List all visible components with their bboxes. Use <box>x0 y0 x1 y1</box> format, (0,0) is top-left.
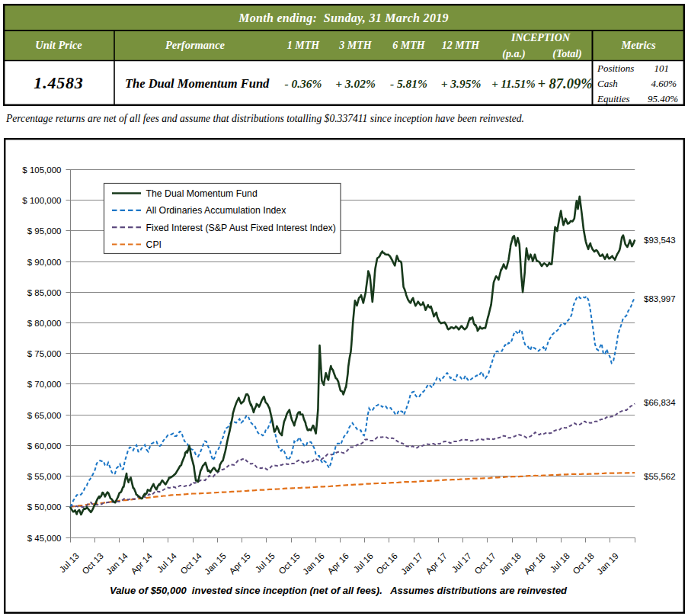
svg-text:Percentage returns are net of: Percentage returns are net of all fees a… <box>5 113 524 124</box>
svg-text:CPI: CPI <box>146 239 162 250</box>
svg-text:$ 90,000: $ 90,000 <box>27 258 62 267</box>
svg-text:Unit Price: Unit Price <box>35 39 82 51</box>
svg-text:- 5.81%: - 5.81% <box>390 77 427 90</box>
svg-text:6 MTH: 6 MTH <box>392 40 426 51</box>
svg-text:$ 100,000: $ 100,000 <box>22 196 61 205</box>
svg-text:1.4583: 1.4583 <box>34 73 83 92</box>
svg-text:$ 80,000: $ 80,000 <box>27 319 62 328</box>
svg-text:$ 65,000: $ 65,000 <box>27 411 62 420</box>
svg-text:Value of $50,000 invested sin: Value of $50,000 invested since inceptio… <box>110 585 568 596</box>
svg-text:Positions: Positions <box>597 63 634 74</box>
svg-text:$ 95,000: $ 95,000 <box>27 226 62 236</box>
svg-text:$ 70,000: $ 70,000 <box>27 380 62 389</box>
svg-text:The Dual Momentum Fund: The Dual Momentum Fund <box>125 76 270 91</box>
svg-text:+ 11.51%: + 11.51% <box>491 78 536 90</box>
svg-text:INCEPTION: INCEPTION <box>510 32 571 43</box>
svg-text:12 MTH: 12 MTH <box>442 40 481 51</box>
svg-text:+ 3.02%: + 3.02% <box>335 77 376 90</box>
svg-text:$ 60,000: $ 60,000 <box>27 441 62 451</box>
svg-text:Equities: Equities <box>597 93 630 104</box>
svg-text:4.60%: 4.60% <box>651 78 677 89</box>
svg-text:Month ending: Sunday, 31 Marc: Month ending: Sunday, 31 March 2019 <box>238 11 449 25</box>
svg-text:101: 101 <box>654 63 670 74</box>
svg-text:(p.a.): (p.a.) <box>502 48 525 60</box>
svg-text:$ 105,000: $ 105,000 <box>22 165 61 175</box>
svg-text:Cash: Cash <box>597 78 618 89</box>
svg-text:1 MTH: 1 MTH <box>287 40 321 51</box>
svg-text:95.40%: 95.40% <box>648 93 678 104</box>
svg-text:$ 75,000: $ 75,000 <box>27 349 62 358</box>
svg-text:Performance: Performance <box>165 39 226 51</box>
svg-text:$93,543: $93,543 <box>644 236 676 245</box>
svg-text:(Total): (Total) <box>552 48 581 60</box>
svg-text:+ 3.95%: + 3.95% <box>441 77 482 90</box>
svg-text:$83,997: $83,997 <box>644 294 676 303</box>
svg-text:3 MTH: 3 MTH <box>338 40 373 51</box>
svg-text:$ 85,000: $ 85,000 <box>27 288 62 297</box>
svg-text:$ 55,000: $ 55,000 <box>27 472 62 481</box>
svg-text:- 0.36%: - 0.36% <box>284 77 322 90</box>
svg-text:$ 50,000: $ 50,000 <box>27 502 62 512</box>
svg-text:Metrics: Metrics <box>620 39 655 51</box>
svg-text:$55,562: $55,562 <box>644 472 676 481</box>
svg-text:+ 87.09%: + 87.09% <box>537 76 592 91</box>
svg-text:The Dual Momentum Fund: The Dual Momentum Fund <box>146 188 258 199</box>
svg-text:Fixed Interest (S&P Aust Fixed: Fixed Interest (S&P Aust Fixed Interest … <box>146 223 336 233</box>
svg-text:$ 45,000: $ 45,000 <box>27 534 62 543</box>
svg-text:All Ordinaries Accumulation In: All Ordinaries Accumulation Index <box>146 205 287 216</box>
svg-text:$66,834: $66,834 <box>644 398 676 407</box>
